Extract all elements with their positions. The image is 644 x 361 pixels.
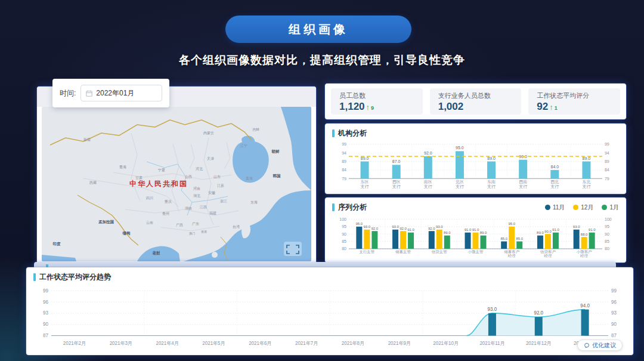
svg-text:90: 90 bbox=[605, 232, 609, 236]
map-label: 广西 bbox=[176, 223, 183, 227]
stat-card-value: 1,120 bbox=[339, 101, 365, 113]
svg-text:87: 87 bbox=[43, 333, 48, 338]
map-label: 朝鲜 bbox=[271, 149, 280, 154]
svg-text:93.0: 93.0 bbox=[364, 226, 371, 229]
series-legend: 11月12月1月 bbox=[545, 203, 619, 212]
map-label: 新疆 bbox=[83, 137, 91, 142]
svg-text:96: 96 bbox=[611, 300, 617, 305]
legend-dot-icon bbox=[573, 205, 578, 210]
svg-text:支行主管: 支行主管 bbox=[359, 249, 374, 254]
map-label: 浙江 bbox=[220, 199, 227, 203]
legend-item[interactable]: 1月 bbox=[602, 203, 619, 212]
svg-text:85.0: 85.0 bbox=[516, 237, 523, 240]
svg-text:94.0: 94.0 bbox=[580, 303, 590, 308]
legend-item[interactable]: 12月 bbox=[573, 203, 593, 212]
map-label: 山东 bbox=[213, 174, 221, 178]
stat-card-value: 92 bbox=[537, 101, 548, 113]
svg-text:95.0: 95.0 bbox=[508, 223, 515, 226]
svg-text:84: 84 bbox=[605, 168, 609, 172]
title-accent-bar bbox=[332, 203, 335, 211]
svg-text:2021年7月: 2021年7月 bbox=[295, 341, 318, 346]
svg-text:99: 99 bbox=[342, 142, 346, 146]
svg-text:小微主管: 小微主管 bbox=[468, 249, 484, 254]
legend-item[interactable]: 11月 bbox=[545, 203, 565, 212]
time-filter-card: 时间: 2022年01月 bbox=[52, 79, 169, 107]
svg-text:90: 90 bbox=[611, 322, 617, 327]
svg-text:87: 87 bbox=[611, 333, 617, 338]
svg-text:2021年12月: 2021年12月 bbox=[526, 341, 552, 346]
title-accent-bar bbox=[33, 273, 36, 281]
svg-text:93.0: 93.0 bbox=[488, 307, 497, 312]
svg-text:支行: 支行 bbox=[361, 184, 369, 189]
svg-text:92.0: 92.0 bbox=[534, 310, 543, 316]
svg-text:93.0: 93.0 bbox=[573, 226, 580, 229]
svg-text:92.0: 92.0 bbox=[428, 227, 435, 230]
time-picker-input[interactable]: 2022年01月 bbox=[80, 85, 162, 101]
svg-text:95: 95 bbox=[605, 224, 609, 229]
svg-text:88.0: 88.0 bbox=[581, 233, 588, 236]
svg-text:89.0: 89.0 bbox=[444, 231, 451, 235]
optimize-suggestion-button[interactable]: 优化建议 bbox=[577, 340, 623, 351]
map-label: 贵州 bbox=[162, 212, 169, 216]
svg-text:99: 99 bbox=[43, 288, 48, 294]
series-analysis-chart: 808085859090959510010095.093.092.0支行主管93… bbox=[332, 212, 619, 260]
legend-label: 12月 bbox=[581, 203, 593, 212]
legend-dot-icon bbox=[602, 205, 607, 210]
svg-text:经理: 经理 bbox=[580, 254, 588, 258]
svg-text:2021年3月: 2021年3月 bbox=[110, 341, 132, 346]
svg-text:80: 80 bbox=[342, 246, 346, 251]
svg-text:91.0: 91.0 bbox=[589, 228, 596, 232]
svg-text:93.0: 93.0 bbox=[436, 226, 443, 229]
svg-text:东北: 东北 bbox=[582, 180, 590, 184]
optimize-suggestion-label: 优化建议 bbox=[592, 341, 616, 350]
china-map[interactable]: 中华人民共和国 新疆西藏青海甘肃宁夏陕西内蒙古吉林辽宁朝鲜韩国黄海东海天津河北山… bbox=[42, 107, 311, 261]
org-analysis-title: 机构分析 bbox=[338, 128, 367, 138]
legend-label: 11月 bbox=[553, 203, 565, 212]
svg-text:2021年6月: 2021年6月 bbox=[249, 341, 271, 346]
svg-text:89.0: 89.0 bbox=[537, 231, 544, 235]
map-label: 孟加拉国 bbox=[98, 220, 114, 224]
map-label: 韩国 bbox=[273, 174, 281, 178]
svg-text:信贷主管: 信贷主管 bbox=[432, 249, 447, 254]
map-label: 湖北 bbox=[193, 193, 200, 198]
page-title-button[interactable]: 组织画像 bbox=[225, 16, 411, 43]
map-label: 内蒙古 bbox=[203, 131, 214, 135]
svg-text:2021年5月: 2021年5月 bbox=[202, 341, 225, 346]
stat-card-value: 1,002 bbox=[438, 101, 464, 113]
up-arrow-icon: ↑ bbox=[366, 103, 370, 111]
svg-text:西南: 西南 bbox=[519, 180, 527, 184]
calendar-icon bbox=[86, 90, 92, 97]
svg-text:87.0: 87.0 bbox=[392, 159, 401, 163]
svg-text:支行: 支行 bbox=[550, 184, 559, 189]
svg-text:南区: 南区 bbox=[424, 180, 432, 184]
svg-text:支行: 支行 bbox=[582, 184, 590, 189]
map-panel: 时间: 2022年01月 bbox=[37, 87, 316, 269]
map-label: 辽宁 bbox=[240, 143, 247, 147]
stat-card: 员工总数1,120↑9 bbox=[331, 88, 423, 115]
map-label: 吉林 bbox=[252, 128, 260, 132]
map-label: 重庆 bbox=[164, 199, 172, 203]
map-fullscreen-icon[interactable] bbox=[284, 242, 302, 256]
map-label: 安徽 bbox=[208, 190, 215, 195]
title-accent-bar bbox=[332, 129, 335, 137]
svg-text:2021年4月: 2021年4月 bbox=[156, 341, 178, 346]
svg-text:北区: 北区 bbox=[456, 180, 464, 184]
svg-text:80: 80 bbox=[605, 246, 609, 251]
up-arrow-icon: ↑ bbox=[549, 103, 553, 111]
map-label: 印度 bbox=[53, 242, 61, 246]
svg-text:西北: 西北 bbox=[550, 180, 559, 184]
time-picker-value: 2022年01月 bbox=[96, 88, 134, 98]
org-analysis-chart: 7979848489899494999989.0东区支行87.0西区支行92.0… bbox=[332, 138, 619, 192]
map-label: 河北 bbox=[196, 166, 203, 171]
svg-text:89.0: 89.0 bbox=[480, 231, 487, 235]
svg-text:90: 90 bbox=[342, 232, 346, 236]
svg-text:100: 100 bbox=[605, 217, 612, 221]
map-label: 山西 bbox=[185, 175, 192, 179]
stat-card: 工作状态平均评分92↑1 bbox=[528, 88, 620, 115]
svg-text:95: 95 bbox=[342, 224, 346, 229]
page-subtitle: 各个组织画像数据对比，提高组织管理，引导良性竞争 bbox=[0, 53, 644, 68]
svg-text:支行: 支行 bbox=[392, 184, 401, 189]
map-country-label: 中华人民共和国 bbox=[129, 180, 188, 188]
stat-card-label: 工作状态平均评分 bbox=[537, 91, 612, 100]
svg-text:94: 94 bbox=[605, 151, 609, 155]
